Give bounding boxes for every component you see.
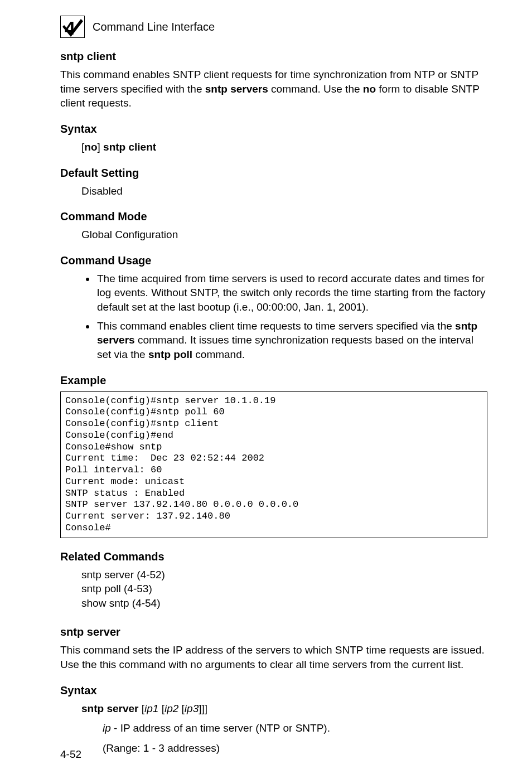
related-line-3: show sntp (4-54) <box>81 596 487 611</box>
syntax-range: (Range: 1 - 3 addresses) <box>60 741 487 756</box>
section-title-sntp-client: sntp client <box>60 49 487 64</box>
command-mode-heading: Command Mode <box>60 209 487 224</box>
sntp-server-intro: This command sets the IP address of the … <box>60 643 487 671</box>
bracket: [ <box>138 703 144 714</box>
text: This command enables client time request… <box>97 320 455 332</box>
related-line-1: sntp server (4-52) <box>81 568 487 582</box>
usage-bullet-1: The time acquired from time servers is u… <box>96 272 487 315</box>
usage-list: The time acquired from time servers is u… <box>60 272 487 362</box>
chapter-number-icon: 4 <box>60 16 85 38</box>
syntax-heading: Syntax <box>60 122 487 137</box>
command-usage-heading: Command Usage <box>60 253 487 268</box>
param-ip2: ip2 <box>165 703 178 714</box>
example-heading: Example <box>60 373 487 388</box>
related-commands-heading: Related Commands <box>60 549 487 564</box>
inline-cmd-sntp-poll: sntp poll <box>148 349 192 360</box>
keyword-sntp-client: sntp client <box>103 141 156 153</box>
related-commands-list: sntp server (4-52) sntp poll (4-53) show… <box>60 568 487 611</box>
param-ip: ip <box>103 722 111 734</box>
related-line-2: sntp poll (4-53) <box>81 582 487 596</box>
command-mode-value: Global Configuration <box>60 228 487 242</box>
bracket-close: ]]] <box>199 703 207 714</box>
page-number: 4-52 <box>60 747 81 762</box>
bracket: [ <box>158 703 165 714</box>
example-code-block: Console(config)#sntp server 10.1.0.19 Co… <box>60 391 487 538</box>
bracket: [ <box>178 703 185 714</box>
param-ip3: ip3 <box>185 703 199 714</box>
text: command. <box>192 349 245 360</box>
syntax-heading-2: Syntax <box>60 683 487 698</box>
param-ip1: ip1 <box>144 703 158 714</box>
syntax-line: [no] sntp client <box>60 140 487 154</box>
syntax-line-2: sntp server [ip1 [ip2 [ip3]]] <box>60 702 487 716</box>
inline-cmd-no: no <box>363 83 376 95</box>
usage-bullet-2: This command enables client time request… <box>96 319 487 362</box>
svg-text:4: 4 <box>65 17 75 38</box>
keyword-sntp-server: sntp server <box>81 703 138 714</box>
inline-cmd-sntp-servers: sntp servers <box>205 83 268 95</box>
keyword-no: no <box>84 141 97 153</box>
sntp-client-intro: This command enables SNTP client request… <box>60 67 487 110</box>
bracket-close: ] <box>98 141 104 153</box>
running-header: 4 Command Line Interface <box>60 16 487 38</box>
text: - IP address of an time server (NTP or S… <box>111 722 330 734</box>
section-title-sntp-server: sntp server <box>60 625 487 640</box>
default-setting-heading: Default Setting <box>60 166 487 181</box>
default-setting-value: Disabled <box>60 184 487 199</box>
running-head-text: Command Line Interface <box>93 20 215 35</box>
text: command. Use the <box>268 83 363 95</box>
syntax-desc: ip - IP address of an time server (NTP o… <box>60 721 487 736</box>
